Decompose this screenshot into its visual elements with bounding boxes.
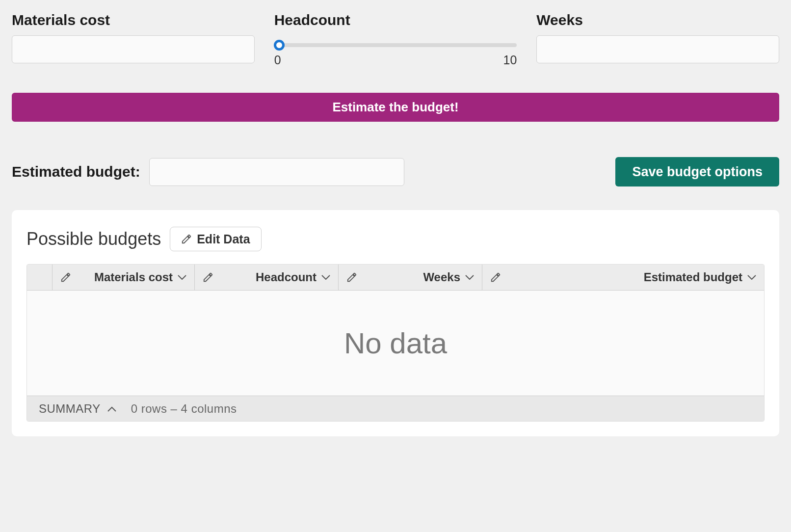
pencil-icon	[490, 272, 501, 283]
column-header-estimated-budget[interactable]: Estimated budget	[482, 265, 764, 290]
pencil-icon	[203, 272, 213, 283]
weeks-input[interactable]	[536, 35, 779, 63]
budgets-table: Materials cost Headcount Weeks Estimated…	[26, 264, 765, 422]
card-header: Possible budgets Edit Data	[26, 227, 765, 251]
headcount-label: Headcount	[274, 12, 517, 28]
save-button[interactable]: Save budget options	[615, 157, 779, 186]
column-label: Weeks	[362, 270, 460, 284]
result-row: Estimated budget: Save budget options	[12, 157, 779, 186]
summary-count: 0 rows – 4 columns	[131, 402, 237, 416]
chevron-down-icon	[178, 275, 186, 280]
chevron-down-icon	[321, 275, 330, 280]
no-data-text: No data	[344, 326, 447, 360]
pencil-icon	[60, 272, 71, 283]
materials-cost-group: Materials cost	[12, 12, 255, 67]
possible-budgets-card: Possible budgets Edit Data Materials cos…	[12, 210, 779, 436]
slider-labels: 0 10	[274, 53, 517, 67]
estimate-button[interactable]: Estimate the budget!	[12, 93, 779, 122]
slider-max-label: 10	[503, 53, 517, 67]
column-header-materials-cost[interactable]: Materials cost	[53, 265, 195, 290]
estimated-budget-input[interactable]	[149, 158, 404, 186]
edit-data-label: Edit Data	[197, 232, 250, 246]
input-row: Materials cost Headcount 0 10 Weeks	[12, 12, 779, 67]
materials-cost-label: Materials cost	[12, 12, 255, 28]
table-summary[interactable]: SUMMARY 0 rows – 4 columns	[27, 396, 764, 421]
edit-data-button[interactable]: Edit Data	[170, 227, 261, 251]
headcount-group: Headcount 0 10	[274, 12, 517, 67]
table-body: No data	[27, 291, 764, 396]
table-header: Materials cost Headcount Weeks Estimated…	[27, 265, 764, 291]
estimated-budget-label: Estimated budget:	[12, 163, 140, 180]
pencil-icon	[181, 234, 192, 244]
materials-cost-input[interactable]	[12, 35, 255, 63]
headcount-slider[interactable]: 0 10	[274, 35, 517, 67]
card-title: Possible budgets	[26, 229, 161, 249]
summary-label: SUMMARY	[39, 402, 101, 416]
column-label: Materials cost	[76, 270, 173, 284]
column-label: Headcount	[218, 270, 316, 284]
column-label: Estimated budget	[506, 270, 742, 284]
slider-min-label: 0	[274, 53, 281, 67]
weeks-label: Weeks	[536, 12, 779, 28]
chevron-down-icon	[465, 275, 474, 280]
weeks-group: Weeks	[536, 12, 779, 67]
pencil-icon	[346, 272, 357, 283]
slider-track	[274, 43, 517, 47]
column-header-headcount[interactable]: Headcount	[195, 265, 339, 290]
slider-thumb[interactable]	[274, 40, 285, 51]
row-handle-header	[27, 265, 53, 290]
chevron-up-icon	[107, 406, 116, 412]
column-header-weeks[interactable]: Weeks	[339, 265, 482, 290]
chevron-down-icon	[747, 275, 756, 280]
